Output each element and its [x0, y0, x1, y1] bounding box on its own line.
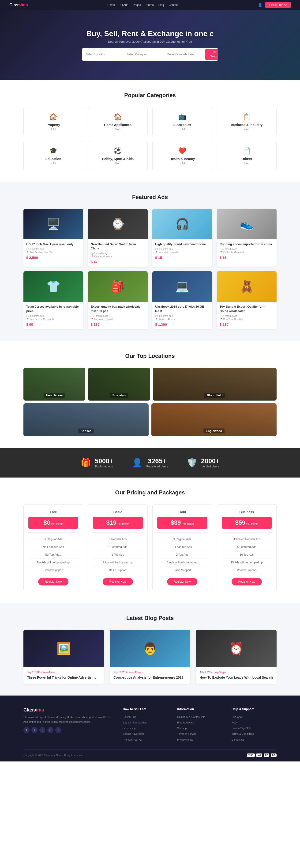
- blog-title: Three Powerful Tricks for Online Adverti…: [27, 675, 100, 680]
- nav-pages[interactable]: Pages: [133, 3, 141, 6]
- pinterest-icon[interactable]: p: [55, 727, 61, 733]
- locations-container: New Jersey Brooklyn Bloomfield Kansas En…: [24, 368, 276, 436]
- blog-card[interactable]: ⏰ July 8 2019 · Help/Support How To Expl…: [196, 630, 276, 684]
- ad-image: 👟: [217, 209, 276, 239]
- category-name: Hobby, Sport & Kids: [92, 157, 144, 161]
- stat-item: 🛡️ 2000+ Verified Users: [187, 457, 220, 468]
- user-icon[interactable]: 👤: [258, 3, 263, 7]
- nav-blog[interactable]: Blog: [159, 3, 164, 6]
- category-icon: 🎓: [27, 147, 79, 155]
- plan-name: Gold: [157, 510, 207, 514]
- footer-link[interactable]: FAQ: [232, 720, 276, 725]
- footer-link[interactable]: Introducing: [123, 725, 168, 731]
- ad-card[interactable]: 🧸 Toy Bundle Export Quality form China w…: [217, 271, 276, 329]
- nav-contact[interactable]: Contact: [169, 3, 178, 6]
- category-icon: 📋: [221, 113, 273, 121]
- footer-link[interactable]: Contact Us: [232, 737, 276, 742]
- category-card[interactable]: 📋 Business & Industry 4 Ad: [217, 107, 276, 136]
- footer-link[interactable]: Promote Your Ad: [123, 737, 168, 742]
- location-card[interactable]: Englewood: [152, 403, 276, 436]
- footer-link[interactable]: Terms of Service: [177, 731, 222, 737]
- plan-feature: 2 Top Ads: [157, 551, 207, 559]
- copyright: Copyright © 2021 Company Name All rights…: [24, 754, 85, 756]
- blog-card[interactable]: 👨 July 12 2019 · News/Press Competitive …: [110, 630, 190, 684]
- location-card[interactable]: Bloomfield: [153, 368, 276, 401]
- category-card[interactable]: ⚽ Hobby, Sport & Kids 3 Ad: [88, 141, 148, 170]
- linkedin-icon[interactable]: in: [47, 727, 54, 733]
- search-button[interactable]: 🔍 Search: [205, 49, 218, 60]
- ad-time: 🕒 3 months ago: [91, 252, 145, 255]
- ad-card[interactable]: 🎧 High quality brand new headphone 🕒 3 m…: [152, 209, 212, 267]
- google-icon[interactable]: g: [39, 727, 45, 733]
- footer-link[interactable]: Sitemap: [177, 725, 222, 731]
- ad-card[interactable]: 🎒 Export quality bag pack wholesale min …: [88, 271, 148, 329]
- category-input[interactable]: [124, 49, 165, 60]
- category-card[interactable]: 🏠 Home Appliances 6 Ad: [88, 107, 148, 136]
- hero-headline: Buy, Sell, Rent & Exchange in one c: [82, 29, 218, 38]
- register-button[interactable]: Register Now: [38, 578, 68, 586]
- plan-features: 3 Regular AdsNo Featured AdsNo Top Ads..…: [28, 532, 78, 574]
- pricing-card: Gold $39 Per month 9 Regular Ads2 Featur…: [152, 504, 212, 591]
- category-card[interactable]: 📺 Electronics 6 Ad: [152, 107, 212, 136]
- ad-price: $ 180: [91, 322, 145, 327]
- ad-image: 🎒: [88, 271, 148, 302]
- register-button[interactable]: Register Now: [232, 578, 262, 586]
- stat-number: 3265+: [146, 457, 168, 465]
- nav-stores[interactable]: Stores: [145, 3, 154, 6]
- location-card[interactable]: New Jersey: [24, 368, 85, 401]
- facebook-icon[interactable]: f: [24, 727, 30, 733]
- register-button[interactable]: Register Now: [103, 578, 133, 586]
- ad-image: 💻: [152, 271, 212, 302]
- ad-image: 🎧: [152, 209, 212, 239]
- location-card[interactable]: Brooklyn: [88, 368, 150, 401]
- footer-description: Classima is Largest Classified Listing M…: [24, 715, 113, 724]
- keyword-input[interactable]: [165, 49, 205, 60]
- category-icon: 🏠: [27, 113, 79, 121]
- footer-social: f t g in p: [24, 727, 113, 733]
- nav-home[interactable]: Home: [107, 3, 115, 6]
- footer-link[interactable]: Buy and Sell Quickly: [123, 720, 168, 725]
- location-name: Englewood: [203, 429, 224, 433]
- blog-date: July 12 2019 · News/Press: [27, 671, 100, 674]
- category-card[interactable]: ❤️ Health & Beauty 7 Ad: [152, 141, 212, 170]
- ad-card[interactable]: 👟 Running shoes imported from china 🕒 3 …: [217, 209, 276, 267]
- register-button[interactable]: Register Now: [167, 578, 197, 586]
- category-count: 4 Ad: [221, 128, 273, 130]
- footer-link[interactable]: Privacy Policy: [177, 737, 222, 742]
- plan-feature: 1 Top Ads: [93, 551, 143, 559]
- ad-card[interactable]: 💻 Ultrabook 2018 core i7 with 16 GB RAM …: [152, 271, 212, 329]
- footer-link[interactable]: Company & Contact Info: [177, 714, 222, 720]
- plan-period: Per month: [182, 522, 194, 525]
- footer-link[interactable]: Blog & Articles: [177, 720, 222, 725]
- nav-all-ads[interactable]: All Ads: [120, 3, 128, 6]
- ads-grid: 🖥️ HD 27 inch Mac 1 year used only 🕒 3 m…: [24, 209, 276, 329]
- payment-icons: VISA MC PP DC: [247, 753, 276, 757]
- ad-time: 🕒 3 months ago: [155, 248, 209, 250]
- category-card[interactable]: 🎓 Education 2 Ad: [24, 141, 83, 170]
- ad-card[interactable]: ⌚ New Banded Smart Watch from China 🕒 3 …: [88, 209, 148, 267]
- ad-price: $ 2,500: [26, 255, 80, 259]
- blog-card[interactable]: 🖼️ July 12 2019 · News/Press Three Power…: [24, 630, 104, 684]
- ad-title: New Banded Smart Watch from China: [91, 242, 145, 251]
- footer-col-list: Live ChatFAQHow to Sign SafeTerms & Cond…: [232, 714, 276, 742]
- twitter-icon[interactable]: t: [31, 727, 37, 733]
- category-card[interactable]: 📄 Others 1 Ad: [217, 141, 276, 170]
- plan-features: 3 Regular Ads1 Featured Ads1 Top Ads1 Ad…: [93, 532, 143, 574]
- hero-section: Buy, Sell, Rent & Exchange in one c Sear…: [0, 10, 300, 80]
- footer-link[interactable]: Terms & Conditions: [232, 731, 276, 737]
- footer-link[interactable]: How to Sign Safe: [232, 725, 276, 731]
- footer-link[interactable]: Banner Advertising: [123, 731, 168, 737]
- location-input[interactable]: [83, 49, 124, 60]
- footer-link[interactable]: Selling Tips: [123, 714, 168, 720]
- plan-feature: 1 Featured Ads: [93, 543, 143, 551]
- ad-card[interactable]: 👕 Team Jersey available in reasonable pr…: [24, 271, 83, 329]
- ad-card[interactable]: 🖥️ HD 27 inch Mac 1 year used only 🕒 3 m…: [24, 209, 83, 267]
- nav-logo[interactable]: Classima: [9, 3, 28, 7]
- ad-title: Export quality bag pack wholesale min 10…: [91, 305, 145, 313]
- location-card[interactable]: Kansas: [24, 403, 148, 436]
- footer-grid: Classima Classima is Largest Classified …: [24, 707, 276, 742]
- ad-location: 📍 Kansas, Abilene: [155, 318, 209, 320]
- footer-link[interactable]: Live Chat: [232, 714, 276, 720]
- category-card[interactable]: 🏠 Property 1 Ad: [24, 107, 83, 136]
- post-ad-button[interactable]: + Post Free Ad: [265, 2, 291, 8]
